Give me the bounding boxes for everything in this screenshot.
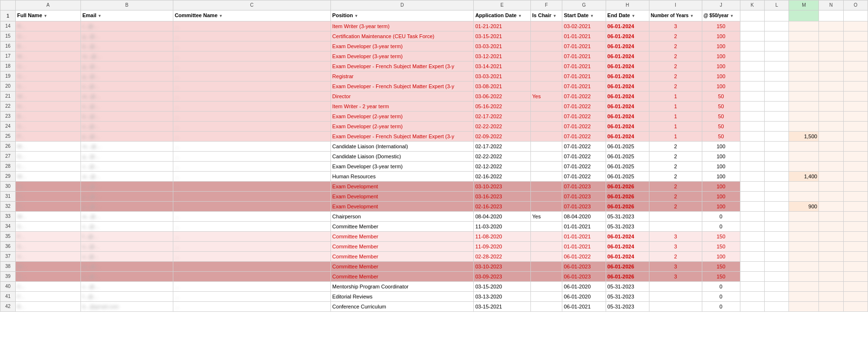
cell-application-date: 03-12-2021 <box>474 51 531 62</box>
col-header-G[interactable]: G <box>562 0 606 10</box>
header-committee-name: Committee Name ▼ <box>173 10 330 21</box>
col-header-M[interactable]: M <box>789 0 819 10</box>
filter-icon-E[interactable]: ▼ <box>518 12 522 21</box>
col-header-I[interactable]: I <box>649 0 702 10</box>
cell-M <box>789 152 819 162</box>
cell-end-date: 06-01-2024 <box>606 82 649 92</box>
filter-icon-G[interactable]: ▼ <box>590 12 594 21</box>
cell-K <box>740 212 764 222</box>
row-number: 37 <box>0 252 16 262</box>
cell-position: Committee Member <box>330 262 473 272</box>
cell-committee-name: ... <box>173 62 330 72</box>
cell-email: b...@... <box>80 112 173 122</box>
filter-icon-H[interactable]: ▼ <box>631 12 635 21</box>
cell-L <box>765 152 789 162</box>
cell-num-years: 3 <box>649 262 702 272</box>
cell-committee-name: ... <box>173 41 330 51</box>
cell-is-chair <box>530 242 562 252</box>
col-header-E[interactable]: E <box>474 0 531 10</box>
cell-L <box>765 302 789 312</box>
col-header-F[interactable]: F <box>530 0 562 10</box>
col-header-D[interactable]: D <box>330 0 473 10</box>
cell-is-chair <box>530 262 562 272</box>
col-header-O[interactable]: O <box>843 0 868 10</box>
cell-num-years: 2 <box>649 182 702 192</box>
cell-rate: 0 <box>702 302 740 312</box>
cell-end-date: 06-01-2025 <box>606 162 649 172</box>
col-header-H[interactable]: H <box>606 0 649 10</box>
cell-end-date: 06-01-2024 <box>606 62 649 72</box>
row-number: 17 <box>0 51 16 62</box>
cell-application-date: 03-03-2021 <box>474 41 531 51</box>
cell-O <box>843 232 868 242</box>
row-number: 40 <box>0 282 16 292</box>
cell-M <box>789 21 819 31</box>
col-header-C[interactable]: C <box>173 0 330 10</box>
cell-full-name: P... <box>15 202 80 212</box>
row-number: 19 <box>0 72 16 82</box>
filter-icon-A[interactable]: ▼ <box>44 12 48 21</box>
cell-application-date: 02-12-2022 <box>474 162 531 172</box>
cell-M <box>789 192 819 202</box>
cell-full-name: G... <box>15 152 80 162</box>
filter-icon-C[interactable]: ▼ <box>219 12 223 21</box>
cell-is-chair <box>530 152 562 162</box>
row-number: 33 <box>0 212 16 222</box>
col-header-B[interactable]: B <box>80 0 173 10</box>
cell-N <box>819 282 843 292</box>
row-number: 24 <box>0 122 16 132</box>
cell-end-date: 06-01-2025 <box>606 152 649 162</box>
cell-N <box>819 132 843 142</box>
cell-M <box>789 292 819 302</box>
cell-rate: 50 <box>702 122 740 132</box>
row-number: 28 <box>0 162 16 172</box>
filter-icon-J[interactable]: ▼ <box>730 12 734 21</box>
cell-L <box>765 122 789 132</box>
filter-icon-B[interactable]: ▼ <box>98 12 101 21</box>
cell-O <box>843 252 868 262</box>
table-row: 17M...m...@......Exam Developer (3-year … <box>0 51 868 62</box>
col-header-A[interactable]: A <box>15 0 80 10</box>
table-row: 15G...g...@......Certification Maintenan… <box>0 31 868 41</box>
cell-K <box>740 292 764 302</box>
cell-M: 1,400 <box>789 172 819 182</box>
row-number: 20 <box>0 82 16 92</box>
cell-L <box>765 222 789 232</box>
cell-M <box>789 92 819 102</box>
header-position: Position ▼ <box>330 10 473 21</box>
cell-email: s...@... <box>80 122 173 132</box>
cell-rate: 150 <box>702 262 740 272</box>
cell-L <box>765 252 789 262</box>
cell-N <box>819 122 843 132</box>
column-header-row: A B C D E F G H I J K L M N O <box>0 0 868 10</box>
cell-full-name: G... <box>15 72 80 82</box>
filter-icon-D[interactable]: ▼ <box>354 12 358 21</box>
cell-O <box>843 172 868 182</box>
cell-num-years: 3 <box>649 21 702 31</box>
cell-O <box>843 292 868 302</box>
table-row: 39S...s...@......Committee Member03-09-2… <box>0 272 868 282</box>
cell-end-date: 06-01-2024 <box>606 112 649 122</box>
cell-O <box>843 222 868 232</box>
cell-committee-name: ... <box>173 202 330 212</box>
col-header-J[interactable]: J <box>702 0 740 10</box>
cell-start-date: 07-01-2021 <box>562 62 606 72</box>
col-header-N[interactable]: N <box>819 0 843 10</box>
cell-M <box>789 212 819 222</box>
cell-N <box>819 302 843 312</box>
table-row: 38W...w...@......Committee Member03-10-2… <box>0 262 868 272</box>
cell-start-date: 07-01-2022 <box>562 112 606 122</box>
filter-icon-I[interactable]: ▼ <box>690 12 694 21</box>
row-number: 23 <box>0 112 16 122</box>
cell-full-name: S... <box>15 82 80 92</box>
cell-L <box>765 212 789 222</box>
cell-position: Editorial Reviews <box>330 292 473 302</box>
cell-committee-name: ... <box>173 192 330 202</box>
col-header-L[interactable]: L <box>765 0 789 10</box>
filter-icon-F[interactable]: ▼ <box>553 12 557 21</box>
cell-O <box>843 152 868 162</box>
table-row: 42B...b...@gmail.com...Conference Curric… <box>0 302 868 312</box>
table-row: 31P...p...@......Exam Development03-16-2… <box>0 192 868 202</box>
cell-full-name: S... <box>15 122 80 132</box>
col-header-K[interactable]: K <box>740 0 764 10</box>
